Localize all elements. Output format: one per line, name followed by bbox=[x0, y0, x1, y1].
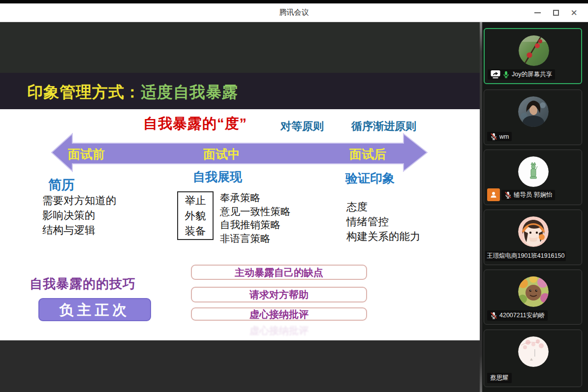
participant-tile-an[interactable]: 42007211安屿峤 bbox=[484, 270, 582, 325]
close-button[interactable]: ✕ bbox=[565, 3, 583, 22]
host-badge-icon bbox=[487, 188, 500, 201]
mic-muted-icon bbox=[490, 133, 497, 140]
window-controls: ✕ bbox=[528, 3, 583, 22]
screen-top-strip bbox=[0, 0, 588, 3]
maximize-icon bbox=[553, 10, 559, 16]
shared-screen-top-zone bbox=[0, 22, 480, 73]
minimize-button[interactable] bbox=[528, 3, 547, 22]
avatar-statue bbox=[518, 156, 549, 187]
appearance-item: 外貌 bbox=[178, 209, 213, 224]
verify-line: 情绪管控 bbox=[346, 214, 421, 229]
tip-expose-weakness: 主动暴露自己的缺点 bbox=[191, 265, 367, 280]
participant-name: 王璟煊电商1901班41916150 bbox=[487, 252, 564, 260]
resume-lines: 需要对方知道的 影响决策的 结构与逻辑 bbox=[42, 193, 117, 238]
screen-share-icon bbox=[491, 70, 500, 79]
participant-tile-joy[interactable]: Joy的屏幕共享 bbox=[484, 28, 582, 84]
mic-on-icon bbox=[502, 71, 510, 78]
maximize-button[interactable] bbox=[547, 3, 565, 22]
participant-name-tag: Joy的屏幕共享 bbox=[488, 69, 555, 80]
strategy-item: 意见一致性策略 bbox=[220, 205, 291, 218]
participant-name: Joy的屏幕共享 bbox=[512, 70, 552, 79]
slide-title-band: 印象管理方式：适度自我暴露 bbox=[0, 73, 480, 109]
strategy-item: 自我推销策略 bbox=[220, 218, 291, 232]
appearance-item: 举止 bbox=[178, 193, 213, 209]
close-icon: ✕ bbox=[570, 9, 577, 17]
participant-tile-wm[interactable]: wm bbox=[484, 90, 582, 145]
tip-ask-help: 请求对方帮助 bbox=[191, 287, 367, 302]
slide-content: 自我暴露的“度” 对等原则 循序渐进原则 面试前 面试中 面试后 简历 需要对方… bbox=[0, 109, 480, 340]
slide-title-highlight: 适度自我暴露 bbox=[141, 83, 238, 101]
skills-main-button: 负主正次 bbox=[38, 298, 151, 321]
strategy-list: 奉承策略 意见一致性策略 自我推销策略 非语言策略 bbox=[220, 191, 291, 245]
appearance-item: 装备 bbox=[178, 224, 213, 239]
avatar-woman bbox=[518, 96, 549, 127]
verify-lines: 态度 情绪管控 构建关系的能力 bbox=[346, 200, 421, 244]
avatar-anime-girl bbox=[518, 216, 549, 247]
verify-impression-title: 验证印象 bbox=[345, 170, 395, 186]
participant-name-tag: 蔡思耀 bbox=[487, 373, 512, 383]
window-title: 腾讯会议 bbox=[0, 8, 588, 17]
tip-accept-criticism: 虚心接纳批评 bbox=[191, 307, 367, 321]
avatar-flower-doll bbox=[518, 276, 549, 307]
resume-line: 影响决策的 bbox=[42, 208, 117, 223]
timeline-before: 面试前 bbox=[68, 146, 105, 162]
timeline-after: 面试后 bbox=[349, 146, 386, 162]
participant-name: 42007211安屿峤 bbox=[499, 311, 545, 320]
participant-name: 辅导员 郭娴怡 bbox=[514, 191, 552, 199]
participant-name-tag: 42007211安屿峤 bbox=[487, 310, 548, 321]
verify-line: 构建关系的能力 bbox=[346, 229, 421, 244]
resume-title: 简历 bbox=[48, 176, 75, 194]
shared-screen-area: 印象管理方式：适度自我暴露 自我暴露的“度” 对等原则 循序渐进原则 面试前 面… bbox=[0, 22, 480, 392]
participant-name: wm bbox=[499, 133, 509, 140]
tip-reflection: 虚心接纳批评 bbox=[191, 324, 367, 337]
mic-muted-icon bbox=[504, 191, 512, 199]
slide-title-prefix: 印象管理方式： bbox=[27, 83, 141, 101]
self-presentation-title: 自我展现 bbox=[193, 169, 242, 185]
strategy-item: 非语言策略 bbox=[220, 232, 291, 245]
participant-tile-cai[interactable]: 蔡思耀 bbox=[484, 330, 582, 387]
resume-line: 结构与逻辑 bbox=[42, 223, 117, 238]
timeline-during: 面试中 bbox=[203, 146, 240, 162]
participant-name-tag: 王璟煊电商1901班41916150 bbox=[485, 251, 566, 261]
titlebar: 腾讯会议 ✕ bbox=[0, 3, 588, 22]
participant-name-tag: wm bbox=[487, 132, 512, 141]
participant-tile-wang[interactable]: 王璟煊电商1901班41916150 bbox=[484, 210, 582, 265]
avatar-blossom bbox=[518, 336, 549, 367]
mic-muted-icon bbox=[490, 312, 497, 319]
disclosure-degree-heading: 自我暴露的“度” bbox=[143, 114, 247, 134]
strategy-item: 奉承策略 bbox=[220, 191, 291, 205]
minimize-icon bbox=[534, 12, 541, 13]
appearance-box: 举止 外貌 装备 bbox=[177, 191, 214, 240]
participant-tile-counselor[interactable]: 辅导员 郭娴怡 bbox=[484, 150, 582, 205]
avatar-berries bbox=[519, 35, 549, 66]
slide-title: 印象管理方式：适度自我暴露 bbox=[27, 82, 238, 103]
participant-name-tag: 辅导员 郭娴怡 bbox=[501, 190, 555, 200]
resume-line: 需要对方知道的 bbox=[42, 193, 117, 208]
participants-sidebar: Joy的屏幕共享 bbox=[480, 22, 588, 392]
participant-name: 蔡思耀 bbox=[490, 374, 509, 382]
skills-title: 自我暴露的的技巧 bbox=[30, 275, 136, 293]
verify-line: 态度 bbox=[346, 200, 421, 214]
sidebar-edge-gradient bbox=[480, 22, 482, 392]
